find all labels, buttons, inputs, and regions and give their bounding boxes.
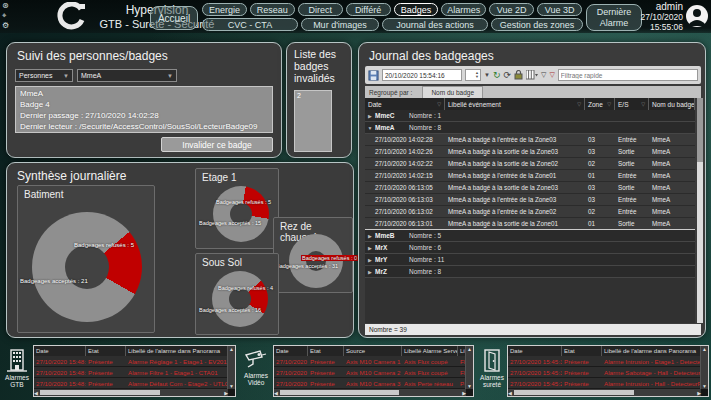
alarm-horizontal-scrollbar[interactable]: ◀▶ (508, 389, 701, 396)
scroll-left-icon[interactable]: ◀ (274, 390, 278, 396)
nav-tab-badges[interactable]: Badges (394, 3, 439, 16)
refresh-icon[interactable]: ↻ (493, 70, 501, 80)
alarm-col-3[interactable]: Libellé Alarme Serveur Vidéo (402, 346, 458, 356)
alarm-row[interactable]: 27/10/2020 15:48:47PrésenteAlarme Réglag… (34, 356, 235, 367)
alarm-row[interactable]: 27/10/2020PrésenteAxis M10 Camera 2Axis … (274, 367, 473, 378)
journal-data-row[interactable]: 27/10/2020 14:02:22MmeA a badgé à la sor… (365, 158, 695, 170)
scrollbar-thumb[interactable] (514, 390, 634, 395)
alarm-row[interactable]: 27/10/2020 15:45:31PrésenteAlarme Intrus… (508, 356, 708, 367)
alarm-row[interactable]: 27/10/2020PrésenteAxis M10 Camera 3Axis … (274, 378, 473, 389)
scroll-left-icon[interactable]: ◀ (34, 390, 38, 396)
scrollbar-thumb[interactable] (280, 390, 399, 395)
expander-icon[interactable]: ▶ (365, 257, 375, 263)
building-icon[interactable] (2, 349, 32, 373)
spinner-stepper[interactable]: ▲▼ (465, 69, 481, 81)
nav-tab-reseau[interactable]: Reseau (250, 3, 295, 16)
nav-tab-energie[interactable]: Energie (202, 3, 247, 16)
expander-icon[interactable]: ▶ (365, 113, 375, 119)
alarm-vertical-scrollbar[interactable]: ▲▼ (700, 346, 708, 389)
journal-data-row[interactable]: 27/10/2020 06:13:02MmeA a badgé à l'entr… (365, 206, 695, 218)
last-alarm-button[interactable]: Dernière Alarme (586, 4, 642, 31)
journal-group-row[interactable]: ▼MmeANombre : 8 (365, 122, 695, 134)
gear-icon[interactable]: ⚙ (2, 21, 9, 31)
nav-tab-vue-3d[interactable]: Vue 3D (537, 3, 582, 16)
key-icon[interactable]: ⌖ (2, 11, 9, 21)
person-select[interactable]: MmeA ▼ (77, 69, 177, 82)
filter-funnel-icon[interactable]: ▽ (437, 101, 441, 107)
target-icon[interactable]: ⊛ (2, 1, 9, 11)
door-icon[interactable] (477, 349, 507, 373)
journal-col-4[interactable]: Nom du badge▽ (649, 98, 695, 110)
auto-refresh-icon[interactable]: ⟳ (504, 70, 512, 80)
nav-tab-diff-r-[interactable]: Différé (346, 3, 391, 16)
scroll-up-icon[interactable]: ▲ (702, 346, 707, 352)
journal-group-row[interactable]: ▶MmeCNombre : 1 (365, 110, 695, 122)
scroll-right-icon[interactable]: ▶ (697, 390, 701, 396)
journal-data-row[interactable]: 27/10/2020 06:13:05MmeA a badgé à la sor… (365, 182, 695, 194)
date-filter-input[interactable] (382, 69, 462, 81)
invalidate-badge-button[interactable]: Invalider ce badge (161, 137, 273, 152)
alarm-col-1[interactable]: Etat (308, 346, 344, 356)
filter-funnel-icon[interactable]: ▽ (607, 101, 611, 107)
alarm-row[interactable]: 27/10/2020 15:45:28PrésenteAlarme Intrus… (508, 378, 708, 389)
journal-group-row[interactable]: ▶MrZNombre : 8 (365, 266, 695, 278)
expander-icon[interactable]: ▶ (365, 269, 375, 275)
period-select[interactable]: ▼ (484, 70, 490, 80)
scroll-down-icon[interactable]: ▼ (229, 383, 234, 389)
journal-data-row[interactable]: 27/10/2020 14:02:15MmeA a badgé à l'entr… (365, 170, 695, 182)
invalid-badges-list[interactable]: 2 (294, 90, 332, 152)
nav-tab-direct[interactable]: Direct (298, 3, 343, 16)
journal-data-row[interactable]: 27/10/2020 06:13:01MmeA a badgé à la sor… (365, 218, 695, 230)
alarm-horizontal-scrollbar[interactable]: ◀▶ (274, 389, 466, 396)
nav-tab-vue-2d[interactable]: Vue 2D (489, 3, 534, 16)
scroll-right-icon[interactable]: ▶ (224, 390, 228, 396)
journal-vertical-scrollbar[interactable] (697, 98, 703, 323)
filter-icon[interactable]: ▽ (541, 70, 546, 80)
journal-data-row[interactable]: 27/10/2020 14:02:26MmeA a badgé à la sor… (365, 146, 695, 158)
nav-tab-mur-d-images[interactable]: Mur d'images (301, 18, 379, 31)
journal-col-1[interactable]: Libellé événement▽ (445, 98, 585, 110)
alarm-row[interactable]: 27/10/2020 15:48:41PrésenteAlarme Défaut… (34, 378, 235, 389)
filter-funnel-icon[interactable]: ▽ (577, 101, 581, 107)
scroll-left-icon[interactable]: ◀ (508, 390, 512, 396)
nav-tab-gestion-des-zones[interactable]: Gestion des zones (491, 18, 583, 31)
nav-accueil-button[interactable]: Accueil (150, 6, 198, 30)
journal-col-0[interactable]: Date▽ (365, 98, 445, 110)
scroll-up-icon[interactable]: ▲ (467, 346, 472, 352)
cctv-camera-icon[interactable] (241, 349, 271, 371)
alarm-col-2[interactable]: Libellé de l'alarme dans Panorama (126, 346, 235, 356)
expander-icon[interactable]: ▶ (365, 245, 375, 251)
scroll-up-icon[interactable]: ▲ (229, 346, 234, 352)
invalid-badge-item[interactable]: 2 (295, 91, 331, 100)
scroll-down-icon[interactable]: ▼ (467, 383, 472, 389)
scroll-down-icon[interactable]: ▼ (702, 383, 707, 389)
journal-group-row[interactable]: ▶MrXNombre : 6 (365, 242, 695, 254)
journal-group-row[interactable]: ▶MrYNombre : 11 (365, 254, 695, 266)
expander-icon[interactable]: ▼ (365, 125, 375, 131)
filter-funnel-icon[interactable]: ▽ (641, 101, 645, 107)
journal-col-3[interactable]: E/S▽ (615, 98, 649, 110)
alarm-col-0[interactable]: Date (274, 346, 308, 356)
alarm-row[interactable]: 27/10/2020 15:45:31PrésenteAlarme Sabota… (508, 367, 708, 378)
clear-filter-icon[interactable]: ▽ (549, 70, 554, 80)
alarm-vertical-scrollbar[interactable]: ▲▼ (227, 346, 235, 389)
journal-col-2[interactable]: Zone▽ (585, 98, 615, 110)
journal-data-row[interactable]: 27/10/2020 14:02:28MmeA a badgé à l'entr… (365, 134, 695, 146)
scroll-right-icon[interactable]: ▶ (462, 390, 466, 396)
quick-filter-input[interactable] (558, 69, 698, 81)
nav-tab-alarmes[interactable]: Alarmes (441, 3, 486, 16)
alarm-col-0[interactable]: Date (34, 346, 86, 356)
group-by-chip[interactable]: Nom du badge (422, 86, 483, 98)
person-type-select[interactable]: Personnes ▼ (15, 69, 73, 82)
alarm-col-2[interactable]: Libellé de l'alarme dans Panorama (602, 346, 708, 356)
lock-icon[interactable] (514, 70, 523, 80)
alarm-vertical-scrollbar[interactable]: ▲▼ (465, 346, 473, 389)
scrollbar-thumb[interactable] (40, 390, 160, 395)
nav-tab-cvc-cta[interactable]: CVC - CTA (202, 18, 298, 31)
alarm-col-1[interactable]: Etat (86, 346, 126, 356)
alarm-row[interactable]: 27/10/2020 15:48:44PrésenteAlarme Filtre… (34, 367, 235, 378)
save-icon[interactable] (368, 70, 379, 81)
alarm-col-2[interactable]: Source (344, 346, 402, 356)
user-avatar-icon[interactable] (685, 4, 709, 28)
journal-data-row[interactable]: 27/10/2020 06:13:03MmeA a badgé à l'entr… (365, 194, 695, 206)
